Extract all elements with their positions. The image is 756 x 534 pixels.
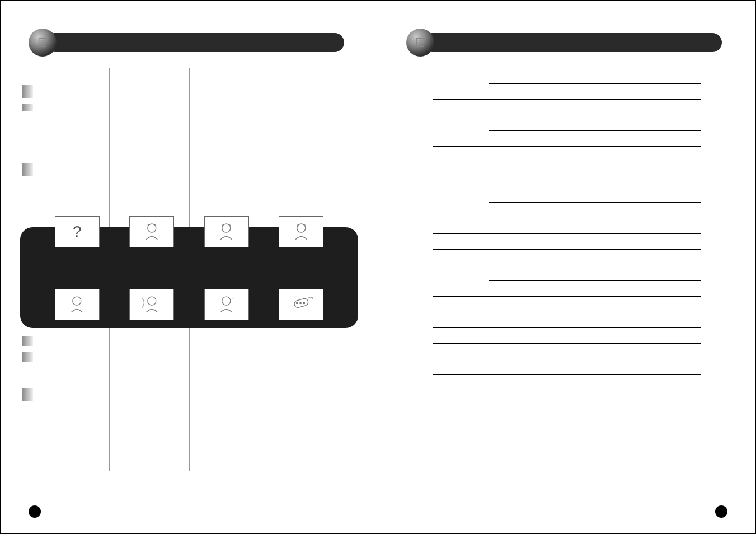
table-cell xyxy=(433,359,539,375)
sketches-row-bottom: ♪ zzz xyxy=(29,289,350,320)
table-cell xyxy=(539,281,701,297)
person-sketch-4 xyxy=(55,289,100,320)
table-cell xyxy=(489,115,539,131)
svg-point-13 xyxy=(299,302,302,305)
question-mark-sketch: ? xyxy=(55,216,100,247)
table-row xyxy=(433,100,701,115)
svg-text:zzz: zzz xyxy=(308,296,313,300)
table-cell xyxy=(539,250,701,265)
person-sketch-5 xyxy=(129,289,174,320)
person-icon xyxy=(137,294,167,315)
table-cell xyxy=(539,147,701,162)
table-row xyxy=(433,218,701,234)
table-row xyxy=(433,297,701,312)
table-cell xyxy=(433,312,539,328)
table-cell xyxy=(539,68,701,84)
page-left: ? xyxy=(1,1,378,533)
person-sketch-1 xyxy=(129,216,174,247)
table-cell xyxy=(539,100,701,115)
table-cell xyxy=(433,250,539,265)
table-row xyxy=(433,147,701,162)
spec-table xyxy=(433,68,701,375)
table-cell xyxy=(539,359,701,375)
table-cell xyxy=(489,162,701,203)
table-row xyxy=(433,344,701,359)
header-icon-left xyxy=(29,29,57,57)
table-row xyxy=(433,328,701,344)
table-row xyxy=(433,162,701,203)
table-cell xyxy=(433,344,539,359)
svg-point-7 xyxy=(73,297,81,305)
document-icon xyxy=(36,36,49,49)
page-right xyxy=(378,1,755,533)
header-pill xyxy=(423,33,722,52)
table-cell xyxy=(489,281,539,297)
table-cell xyxy=(539,297,701,312)
table-cell xyxy=(539,265,701,281)
header-icon-right xyxy=(406,29,434,57)
table-cell xyxy=(539,344,701,359)
person-sketch-2 xyxy=(204,216,249,247)
person-icon xyxy=(62,294,92,315)
table-row xyxy=(433,359,701,375)
table-cell xyxy=(433,265,489,297)
svg-point-4 xyxy=(148,224,156,232)
left-columns: ? xyxy=(29,68,350,471)
person-icon xyxy=(137,221,167,242)
person-sketch-6: ♪ xyxy=(204,289,249,320)
phone-icon: zzz xyxy=(286,294,317,315)
question-mark-icon: ? xyxy=(73,223,82,241)
table-cell xyxy=(433,147,539,162)
table-cell xyxy=(433,115,489,147)
table-cell xyxy=(489,84,539,100)
sketches-row-top: ? xyxy=(29,216,350,247)
phone-sleep-sketch: zzz xyxy=(279,289,323,320)
table-cell xyxy=(433,100,539,115)
table-cell xyxy=(539,84,701,100)
table-cell xyxy=(539,131,701,147)
header-bar-left xyxy=(29,29,350,57)
svg-point-12 xyxy=(296,302,298,305)
page-number-left xyxy=(29,505,41,518)
svg-point-14 xyxy=(303,302,305,305)
page-number-right xyxy=(715,505,727,518)
table-cell xyxy=(433,162,489,218)
table-cell xyxy=(489,265,539,281)
header-bar-right xyxy=(406,29,727,57)
person-sketch-3 xyxy=(279,216,323,247)
svg-point-9 xyxy=(222,297,231,305)
table-row xyxy=(433,68,701,84)
svg-text:♪: ♪ xyxy=(232,296,234,301)
table-cell xyxy=(539,218,701,234)
table-cell xyxy=(433,328,539,344)
document-icon xyxy=(414,36,426,49)
table-cell xyxy=(433,234,539,250)
person-icon xyxy=(211,221,242,242)
document-spread: ? xyxy=(0,0,756,534)
table-row xyxy=(433,234,701,250)
table-cell xyxy=(489,131,539,147)
table-row xyxy=(433,115,701,131)
table-row xyxy=(433,265,701,281)
table-cell xyxy=(433,297,539,312)
svg-point-6 xyxy=(297,224,306,232)
svg-point-8 xyxy=(148,297,156,305)
header-pill xyxy=(45,33,344,52)
table-cell xyxy=(433,218,539,234)
table-cell xyxy=(489,203,701,218)
svg-point-5 xyxy=(222,224,231,232)
table-cell xyxy=(539,234,701,250)
table-cell xyxy=(539,312,701,328)
table-cell xyxy=(539,328,701,344)
table-row xyxy=(433,312,701,328)
person-icon xyxy=(286,221,317,242)
person-icon: ♪ xyxy=(211,294,242,315)
table-row xyxy=(433,250,701,265)
table-cell xyxy=(489,68,539,84)
table-cell xyxy=(433,68,489,100)
table-cell xyxy=(539,115,701,131)
